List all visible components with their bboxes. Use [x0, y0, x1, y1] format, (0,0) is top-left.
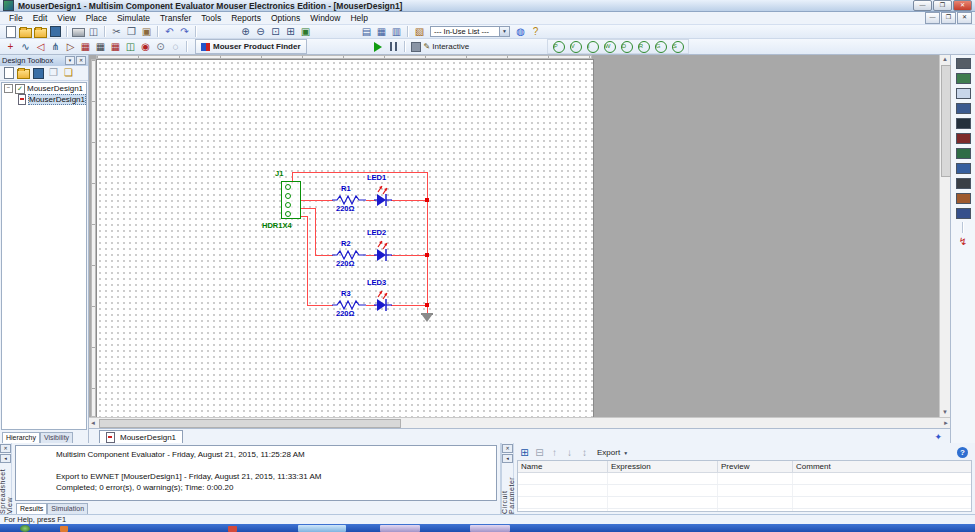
minimize-button[interactable]: — [913, 0, 932, 11]
toggle-design-toolbox-icon[interactable]: ▤ [359, 25, 374, 38]
connector-j1[interactable] [281, 181, 301, 219]
tree-child-row[interactable]: MouserDesign1 [2, 94, 86, 105]
menu-edit[interactable]: Edit [28, 13, 53, 23]
wire[interactable] [427, 172, 428, 314]
current-probe-icon[interactable]: I [585, 40, 600, 53]
open-design-icon[interactable] [16, 67, 31, 80]
wattmeter-icon[interactable] [956, 87, 971, 100]
scroll-up-icon[interactable]: ▲ [942, 55, 948, 64]
parameters-table[interactable]: Name Expression Preview Comment [517, 460, 972, 512]
tree-root-row[interactable]: − ✓ MouserDesign1 [2, 83, 86, 94]
led-refdes[interactable]: LED2 [367, 228, 386, 237]
pause-simulation-button[interactable] [386, 40, 401, 53]
connector-refdes[interactable]: J1 [275, 169, 283, 178]
design-settings-icon[interactable]: ❏ [61, 67, 76, 80]
mdi-restore-button[interactable]: ❐ [941, 12, 956, 24]
in-use-list-combo[interactable]: --- In-Use List --- ▼ [430, 26, 510, 37]
place-mixed-icon[interactable]: ◫ [123, 40, 138, 53]
canvas-corner-icon[interactable]: ✦ [934, 431, 942, 443]
scroll-down-icon[interactable]: ▼ [942, 408, 948, 417]
taskbar-app-icon[interactable] [228, 526, 237, 532]
menu-file[interactable]: File [4, 13, 28, 23]
resistor-value[interactable]: 220Ω [336, 309, 355, 318]
led-led2[interactable] [374, 238, 392, 264]
menu-view[interactable]: View [52, 13, 80, 23]
close-design-icon[interactable]: ❐ [46, 67, 61, 80]
results-log[interactable]: Multisim Component Evaluator - Friday, A… [15, 445, 497, 501]
frequency-counter-icon[interactable] [956, 147, 971, 160]
wire[interactable] [307, 216, 308, 305]
measurement-probe-icon[interactable]: P [551, 40, 566, 53]
save-icon[interactable] [48, 25, 63, 38]
place-indicator-icon[interactable]: ◉ [138, 40, 153, 53]
logic-converter-icon[interactable] [956, 177, 971, 190]
logic-analyzer-icon[interactable] [956, 192, 971, 205]
tree-child-label[interactable]: MouserDesign1 [28, 94, 86, 105]
cut-icon[interactable]: ✂ [109, 25, 124, 38]
place-misc-icon[interactable]: ⊙ [153, 40, 168, 53]
full-screen-icon[interactable]: ▣ [298, 25, 313, 38]
voltage-probe-icon[interactable]: V [568, 40, 583, 53]
restore-button[interactable]: ❐ [933, 0, 952, 11]
paste-icon[interactable]: ▣ [139, 25, 154, 38]
current-clamp-icon[interactable]: ↯ [956, 235, 971, 248]
move-down-icon[interactable]: ↓ [562, 446, 577, 459]
led-led1[interactable] [374, 183, 392, 209]
mouser-product-finder-button[interactable]: Mouser Product Finder [195, 39, 307, 54]
undo-icon[interactable]: ↶ [162, 25, 177, 38]
place-source-icon[interactable]: + [3, 40, 18, 53]
four-channel-oscilloscope-icon[interactable] [956, 117, 971, 130]
save-design-icon[interactable] [31, 67, 46, 80]
wire[interactable] [391, 255, 428, 256]
menu-reports[interactable]: Reports [226, 13, 266, 23]
scroll-right-icon[interactable]: ► [943, 419, 949, 428]
print-icon[interactable] [71, 25, 86, 38]
oscilloscope-icon[interactable] [956, 102, 971, 115]
wire[interactable] [300, 200, 333, 201]
column-expression[interactable]: Expression [608, 461, 718, 472]
redo-icon[interactable]: ↷ [177, 25, 192, 38]
multimeter-icon[interactable] [956, 57, 971, 70]
zoom-fit-icon[interactable]: ⊞ [283, 25, 298, 38]
connector-footprint[interactable]: HDR1X4 [262, 221, 292, 230]
taskbar-task-button[interactable] [380, 525, 420, 532]
schematic-sheet[interactable] [96, 59, 594, 417]
wire[interactable] [300, 216, 307, 217]
tree-expander-icon[interactable]: − [4, 84, 13, 93]
wire[interactable] [300, 208, 315, 209]
place-basic-icon[interactable]: ∿ [18, 40, 33, 53]
export-button[interactable]: Export ▼ [593, 447, 632, 459]
horizontal-scrollbar[interactable]: ◄ ► [89, 417, 950, 428]
column-comment[interactable]: Comment [793, 461, 971, 472]
probe-settings-icon[interactable]: S [670, 40, 685, 53]
column-preview[interactable]: Preview [718, 461, 793, 472]
place-transistor-icon[interactable]: ⋔ [48, 40, 63, 53]
run-simulation-button[interactable] [371, 40, 386, 53]
grapher-icon[interactable]: ▧ [412, 25, 427, 38]
education-help-icon[interactable]: ? [528, 25, 543, 38]
place-electromechanical-icon[interactable]: ◌ [168, 40, 183, 53]
menu-simulate[interactable]: Simulate [112, 13, 155, 23]
wire[interactable] [307, 305, 333, 306]
led-refdes[interactable]: LED1 [367, 173, 386, 182]
resistor-refdes[interactable]: R1 [341, 184, 351, 193]
new-icon[interactable] [3, 25, 18, 38]
tab-hierarchy[interactable]: Hierarchy [2, 432, 40, 443]
scroll-left-icon[interactable]: ◄ [90, 419, 96, 428]
combo-arrow-icon[interactable]: ▼ [499, 27, 509, 36]
resistor-refdes[interactable]: R3 [341, 289, 351, 298]
vertical-scroll-thumb[interactable] [941, 65, 951, 177]
tree-checkbox-icon[interactable]: ✓ [15, 84, 25, 94]
table-row[interactable] [518, 473, 971, 485]
wire[interactable] [315, 208, 316, 255]
add-parameter-icon[interactable]: ⊞ [517, 446, 532, 459]
menu-transfer[interactable]: Transfer [155, 13, 196, 23]
menu-window[interactable]: Window [305, 13, 345, 23]
move-up-icon[interactable]: ↑ [547, 446, 562, 459]
resistor-value[interactable]: 220Ω [336, 204, 355, 213]
taskbar-app-icon[interactable] [60, 526, 68, 532]
power-probe-icon[interactable]: W [602, 40, 617, 53]
menu-options[interactable]: Options [266, 13, 305, 23]
table-row[interactable] [518, 509, 971, 512]
panel-pin-icon[interactable]: ◂ [0, 454, 11, 463]
